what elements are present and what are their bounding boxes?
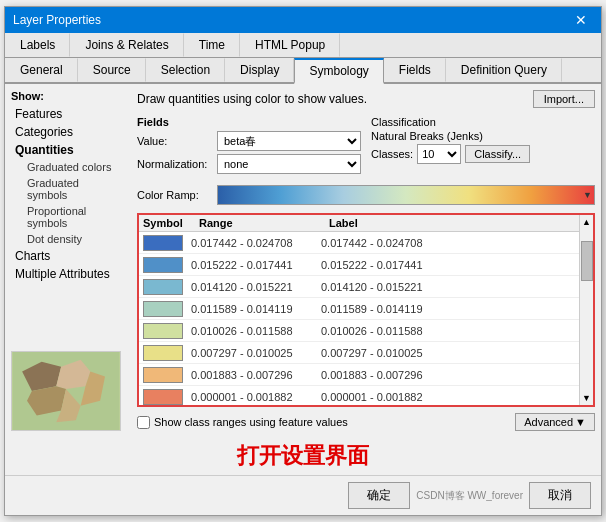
layer-properties-dialog: Layer Properties ✕ Labels Joins & Relate… [4, 6, 602, 516]
tab-html-popup[interactable]: HTML Popup [240, 33, 340, 57]
tab-labels[interactable]: Labels [5, 33, 70, 57]
range-text: 0.011589 - 0.014119 [191, 303, 321, 315]
value-select[interactable]: beta春 [217, 131, 361, 151]
map-preview [11, 351, 121, 431]
symbol-table: Symbol Range Label 0.017442 - 0.024708 0… [139, 215, 579, 405]
color-ramp-label: Color Ramp: [137, 189, 217, 201]
scrollbar-thumb[interactable] [581, 241, 593, 281]
classes-row: Classes: 10 Classify... [371, 144, 595, 164]
show-sub-dot-density[interactable]: Dot density [11, 232, 131, 246]
tab-time[interactable]: Time [184, 33, 240, 57]
range-text: 0.017442 - 0.024708 [191, 237, 321, 249]
col-header-range: Range [199, 217, 329, 229]
range-text: 0.010026 - 0.011588 [191, 325, 321, 337]
tab-symbology[interactable]: Symbology [294, 58, 383, 84]
label-text: 0.010026 - 0.011588 [321, 325, 575, 337]
show-class-ranges-checkbox[interactable]: Show class ranges using feature values [137, 416, 348, 429]
color-ramp-bar[interactable]: ▼ [217, 185, 595, 205]
normalization-label: Normalization: [137, 158, 217, 170]
label-text: 0.001883 - 0.007296 [321, 369, 575, 381]
symbol-color-box [143, 235, 183, 251]
show-class-checkbox[interactable] [137, 416, 150, 429]
tab-source[interactable]: Source [78, 58, 146, 82]
classes-label: Classes: [371, 148, 413, 160]
import-button[interactable]: Import... [533, 90, 595, 108]
classify-button[interactable]: Classify... [465, 145, 530, 163]
label-text: 0.017442 - 0.024708 [321, 237, 575, 249]
cancel-button[interactable]: 取消 [529, 482, 591, 509]
symbol-color-box [143, 301, 183, 317]
tab-general[interactable]: General [5, 58, 78, 82]
value-row: Value: beta春 [137, 131, 361, 151]
show-item-features[interactable]: Features [11, 106, 131, 122]
color-ramp-row: Color Ramp: ▼ [137, 185, 595, 205]
table-header: Symbol Range Label [139, 215, 579, 232]
advanced-arrow-icon: ▼ [575, 416, 586, 428]
table-row[interactable]: 0.000001 - 0.001882 0.000001 - 0.001882 [139, 386, 579, 405]
range-text: 0.000001 - 0.001882 [191, 391, 321, 403]
left-panel: Show: Features Categories Quantities Gra… [11, 90, 131, 431]
draw-title-row: Draw quantities using color to show valu… [137, 90, 595, 108]
symbol-color-box [143, 323, 183, 339]
show-sub-graduated-symbols[interactable]: Graduated symbols [11, 176, 131, 202]
table-row[interactable]: 0.014120 - 0.015221 0.014120 - 0.015221 [139, 276, 579, 298]
tab-display[interactable]: Display [225, 58, 294, 82]
symbol-color-box [143, 367, 183, 383]
close-button[interactable]: ✕ [569, 11, 593, 29]
range-text: 0.007297 - 0.010025 [191, 347, 321, 359]
color-ramp-arrow: ▼ [583, 190, 592, 200]
scrollbar[interactable]: ▲ ▼ [579, 215, 593, 405]
table-row[interactable]: 0.017442 - 0.024708 0.017442 - 0.024708 [139, 232, 579, 254]
tab-selection[interactable]: Selection [146, 58, 225, 82]
table-row[interactable]: 0.010026 - 0.011588 0.010026 - 0.011588 [139, 320, 579, 342]
ok-button[interactable]: 确定 [348, 482, 410, 509]
tabs-row1: Labels Joins & Relates Time HTML Popup [5, 33, 601, 58]
range-text: 0.001883 - 0.007296 [191, 369, 321, 381]
table-row[interactable]: 0.015222 - 0.017441 0.015222 - 0.017441 [139, 254, 579, 276]
tab-fields[interactable]: Fields [384, 58, 446, 82]
draw-title: Draw quantities using color to show valu… [137, 92, 367, 106]
normalization-select[interactable]: none [217, 154, 361, 174]
label-text: 0.000001 - 0.001882 [321, 391, 575, 403]
bottom-row: Show class ranges using feature values A… [137, 413, 595, 431]
label-text: 0.007297 - 0.010025 [321, 347, 575, 359]
show-item-multiple-attributes[interactable]: Multiple Attributes [11, 266, 131, 282]
show-item-charts[interactable]: Charts [11, 248, 131, 264]
chinese-annotation: 打开设置界面 [5, 441, 601, 471]
symbol-color-box [143, 389, 183, 405]
table-rows: 0.017442 - 0.024708 0.017442 - 0.024708 … [139, 232, 579, 405]
table-row[interactable]: 0.007297 - 0.010025 0.007297 - 0.010025 [139, 342, 579, 364]
fields-section: Fields Value: beta春 Normalization: none [137, 116, 361, 177]
fields-section-label: Fields [137, 116, 361, 128]
fields-class-row: Fields Value: beta春 Normalization: none [137, 116, 595, 177]
col-header-label: Label [329, 217, 575, 229]
tab-definition-query[interactable]: Definition Query [446, 58, 562, 82]
value-label: Value: [137, 135, 217, 147]
classification-label: Classification [371, 116, 595, 128]
show-sub-graduated-colors[interactable]: Graduated colors [11, 160, 131, 174]
footer: 确定 CSDN博客 WW_forever 取消 [5, 475, 601, 515]
table-row[interactable]: 0.001883 - 0.007296 0.001883 - 0.007296 [139, 364, 579, 386]
col-header-symbol: Symbol [143, 217, 199, 229]
show-sub-proportional-symbols[interactable]: Proportional symbols [11, 204, 131, 230]
symbol-color-box [143, 345, 183, 361]
symbol-color-box [143, 279, 183, 295]
tab-joins-relates[interactable]: Joins & Relates [70, 33, 183, 57]
normalization-row: Normalization: none [137, 154, 361, 174]
label-text: 0.011589 - 0.014119 [321, 303, 575, 315]
right-panel: Draw quantities using color to show valu… [137, 90, 595, 431]
show-item-quantities[interactable]: Quantities [11, 142, 131, 158]
symbol-table-container: Symbol Range Label 0.017442 - 0.024708 0… [137, 213, 595, 407]
symbol-color-box [143, 257, 183, 273]
tabs-row2: General Source Selection Display Symbolo… [5, 58, 601, 84]
classes-select[interactable]: 10 [417, 144, 461, 164]
table-row[interactable]: 0.011589 - 0.014119 0.011589 - 0.014119 [139, 298, 579, 320]
classification-method: Natural Breaks (Jenks) [371, 130, 595, 142]
show-item-categories[interactable]: Categories [11, 124, 131, 140]
advanced-button[interactable]: Advanced ▼ [515, 413, 595, 431]
advanced-label: Advanced [524, 416, 573, 428]
main-content: Show: Features Categories Quantities Gra… [5, 84, 601, 437]
show-label: Show: [11, 90, 131, 102]
watermark: CSDN博客 WW_forever [416, 489, 523, 503]
label-text: 0.014120 - 0.015221 [321, 281, 575, 293]
